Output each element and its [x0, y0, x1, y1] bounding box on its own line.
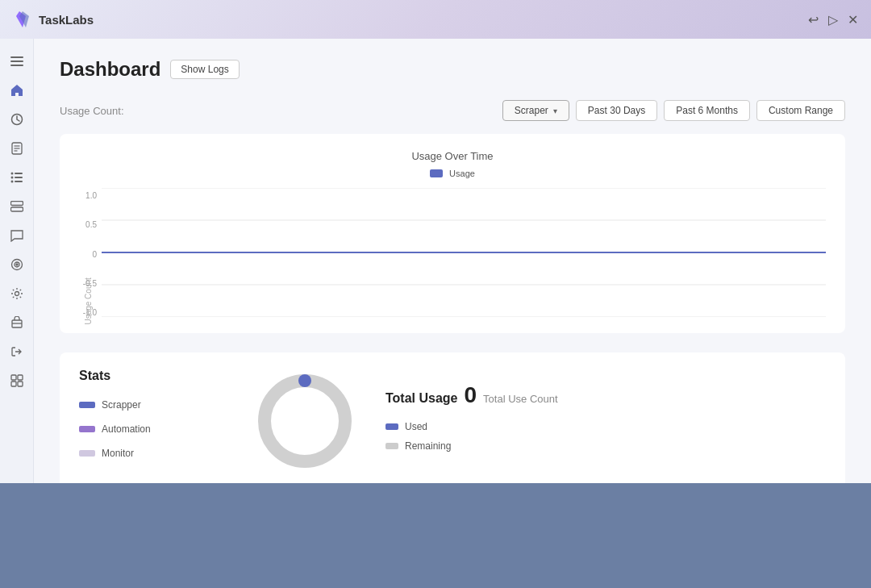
automation-label: Automation: [102, 423, 151, 435]
svg-rect-13: [15, 177, 23, 178]
stats-title: Stats: [79, 369, 240, 383]
sidebar-item-target[interactable]: [4, 252, 30, 277]
topbar: TaskLabs ↩ ▷ ✕: [0, 0, 871, 39]
sidebar-item-package[interactable]: [4, 310, 30, 336]
chart-container: Usage Over Time Usage 1.0 0.5 0 -0.5 -1.…: [60, 134, 845, 333]
show-logs-button[interactable]: Show Logs: [170, 60, 239, 79]
close-icon[interactable]: ✕: [848, 12, 858, 27]
sidebar-item-login[interactable]: [4, 339, 30, 365]
svg-rect-17: [10, 207, 23, 211]
sidebar-item-doc[interactable]: [4, 136, 30, 161]
sidebar-item-menu[interactable]: [4, 48, 30, 74]
past-6-months-button[interactable]: Past 6 Months: [664, 100, 750, 121]
bottom-area: [0, 483, 871, 588]
automation-dot: [79, 426, 95, 432]
used-dot: [385, 423, 398, 430]
stats-section: Stats Scrapper Automation Monitor: [60, 352, 845, 483]
total-use-count-label: Total Use Count: [483, 393, 558, 405]
svg-point-10: [10, 173, 13, 175]
svg-rect-15: [15, 181, 23, 182]
y-axis-label: Usage Count: [84, 277, 93, 324]
remaining-dot: [385, 443, 398, 449]
stats-legend-monitor: Monitor: [79, 448, 240, 459]
y-tick-1: 1.0: [79, 191, 97, 200]
past-30-days-button[interactable]: Past 30 Days: [576, 100, 657, 121]
scrapper-dot: [79, 402, 95, 408]
chart-svg: [102, 188, 826, 317]
scraper-dropdown[interactable]: Scraper ▾: [502, 100, 569, 121]
total-usage: Total Usage 0 Total Use Count Used Remai…: [369, 369, 826, 473]
monitor-label: Monitor: [102, 448, 134, 459]
chevron-down-icon: ▾: [553, 106, 557, 115]
remaining-legend: Remaining: [385, 440, 826, 452]
main-layout: Dashboard Show Logs Usage Count: Scraper…: [0, 39, 871, 483]
custom-range-button[interactable]: Custom Range: [756, 100, 845, 121]
total-usage-title: Total Usage: [385, 391, 458, 406]
usage-legend-box: [430, 169, 443, 177]
stats-legend-automation: Automation: [79, 423, 240, 435]
undo-icon[interactable]: ↩: [808, 12, 819, 27]
svg-point-21: [15, 292, 19, 296]
total-usage-header: Total Usage 0 Total Use Count: [385, 382, 826, 408]
svg-rect-2: [10, 56, 23, 58]
sidebar-item-grid[interactable]: [4, 368, 30, 394]
app-name: TaskLabs: [39, 13, 94, 27]
y-tick-3: 0: [79, 250, 97, 259]
svg-point-34: [265, 381, 345, 461]
svg-rect-24: [11, 375, 16, 380]
sidebar-item-settings[interactable]: [4, 281, 30, 307]
sidebar-item-clock[interactable]: [4, 106, 30, 132]
svg-rect-26: [11, 382, 16, 386]
usage-legend-label: Usage: [449, 169, 475, 178]
dashboard-header: Dashboard Show Logs: [60, 58, 845, 81]
svg-rect-27: [18, 382, 23, 386]
monitor-dot: [79, 450, 95, 457]
forward-icon[interactable]: ▷: [828, 12, 838, 27]
sidebar-item-chat[interactable]: [4, 223, 30, 248]
svg-rect-3: [10, 60, 23, 62]
logo-icon: [13, 10, 32, 29]
content-area: Dashboard Show Logs Usage Count: Scraper…: [34, 39, 871, 483]
stats-legend-scrapper: Scrapper: [79, 399, 240, 411]
app-logo: TaskLabs: [13, 10, 94, 29]
svg-rect-4: [10, 65, 23, 66]
svg-point-12: [10, 177, 13, 179]
stats-legend: Stats Scrapper Automation Monitor: [79, 369, 240, 473]
y-tick-2: 0.5: [79, 220, 97, 229]
scrapper-label: Scrapper: [102, 399, 141, 411]
donut-chart: [240, 369, 369, 473]
donut-svg: [252, 369, 357, 473]
usage-count-label: Usage Count:: [60, 105, 124, 117]
svg-rect-11: [15, 173, 23, 174]
svg-point-20: [16, 264, 18, 265]
total-usage-count: 0: [465, 382, 477, 408]
sidebar: [0, 39, 34, 483]
topbar-actions: ↩ ▷ ✕: [808, 12, 858, 27]
used-legend: Used: [385, 421, 826, 432]
usage-filter-row: Usage Count: Scraper ▾ Past 30 Days Past…: [60, 100, 845, 121]
chart-title: Usage Over Time: [79, 150, 826, 162]
used-label: Used: [405, 421, 427, 432]
sidebar-item-list[interactable]: [4, 165, 30, 190]
sidebar-item-card[interactable]: [4, 194, 30, 219]
page-title: Dashboard: [60, 58, 160, 81]
sidebar-item-home[interactable]: [4, 77, 30, 103]
filter-buttons: Scraper ▾ Past 30 Days Past 6 Months Cus…: [502, 100, 845, 121]
svg-point-14: [10, 181, 13, 183]
chart-legend: Usage: [79, 169, 826, 178]
svg-rect-25: [18, 375, 23, 380]
remaining-label: Remaining: [405, 440, 451, 452]
svg-rect-16: [10, 202, 23, 206]
